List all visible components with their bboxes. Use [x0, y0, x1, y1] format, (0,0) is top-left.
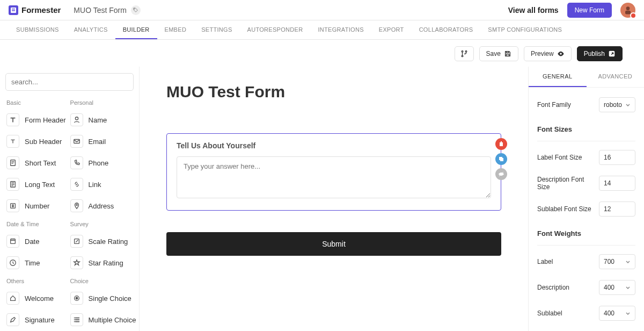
- svg-rect-5: [625, 10, 631, 14]
- hide-field-button[interactable]: [495, 168, 507, 180]
- tab-builder[interactable]: BUILDER: [115, 20, 157, 39]
- field-label[interactable]: Tell Us About Yourself: [177, 141, 491, 150]
- elem-scale-rating[interactable]: Scale Rating: [68, 231, 138, 252]
- document-lines-icon: [6, 178, 19, 191]
- notification-badge: [630, 12, 636, 19]
- pen-icon: [6, 313, 19, 326]
- svg-rect-24: [500, 158, 503, 161]
- new-form-button[interactable]: New Form: [567, 3, 612, 18]
- tab-collaborators[interactable]: COLLABORATORS: [412, 20, 481, 39]
- avatar[interactable]: [620, 3, 635, 18]
- publish-label: Publish: [584, 50, 605, 57]
- svg-rect-2: [12, 10, 15, 11]
- clock-icon: [6, 256, 19, 269]
- elem-multiple-choice[interactable]: Multiple Choice: [68, 309, 138, 330]
- elem-time[interactable]: Time: [4, 252, 68, 274]
- radio-icon: [70, 292, 83, 305]
- elem-link[interactable]: Link: [68, 174, 138, 195]
- tab-integrations[interactable]: INTEGRATIONS: [310, 20, 371, 39]
- group-date-time: Date & Time: [4, 217, 68, 231]
- elem-star-rating[interactable]: Star Rating: [68, 252, 138, 274]
- svg-point-22: [76, 297, 78, 299]
- builder-toolbar: Save Preview Publish: [0, 40, 644, 67]
- submit-button[interactable]: Submit: [166, 232, 501, 256]
- weight-sublabel-select[interactable]: 400: [599, 306, 635, 321]
- eye-icon: [557, 50, 565, 57]
- save-button[interactable]: Save: [479, 46, 518, 61]
- svg-point-4: [626, 6, 630, 10]
- svg-rect-10: [506, 54, 509, 56]
- elem-sub-header[interactable]: Sub Header: [4, 131, 68, 152]
- weight-label-select[interactable]: 700: [599, 254, 635, 269]
- form-canvas: MUO Test Form Tell Us About Yourself Sub…: [140, 67, 528, 331]
- delete-field-button[interactable]: [495, 138, 507, 150]
- tab-export[interactable]: EXPORT: [371, 20, 412, 39]
- chevron-down-icon: [625, 311, 631, 316]
- field-textarea[interactable]: [177, 156, 491, 198]
- elem-signature[interactable]: Signature: [4, 309, 68, 330]
- svg-rect-14: [11, 204, 16, 208]
- link-icon: [70, 178, 83, 191]
- list-icon: [70, 313, 83, 326]
- weight-sublabel-label: Sublabel: [537, 310, 562, 317]
- group-survey: Survey: [68, 217, 138, 231]
- label-font-size-input[interactable]: [599, 150, 635, 165]
- nav-tabs: SUBMISSIONS ANALYTICS BUILDER EMBED SETT…: [0, 20, 644, 40]
- phone-icon: [70, 156, 83, 169]
- publish-button[interactable]: Publish: [577, 46, 623, 61]
- tab-submissions[interactable]: SUBMISSIONS: [9, 20, 67, 39]
- elem-form-header[interactable]: Form Header: [4, 109, 68, 131]
- tab-analytics[interactable]: ANALYTICS: [67, 20, 115, 39]
- share-icon: [608, 50, 616, 57]
- description-font-size-label: Description Font Size: [537, 176, 586, 191]
- search-input[interactable]: [5, 73, 134, 91]
- topbar: Formester MUO Test Form View all forms N…: [0, 0, 644, 20]
- field-actions: [495, 138, 507, 180]
- chevron-down-icon: [625, 285, 631, 290]
- tab-autoresponder[interactable]: AUTORESPONDER: [240, 20, 311, 39]
- svg-point-19: [76, 204, 77, 206]
- trash-icon: [498, 141, 504, 147]
- pin-icon: [70, 199, 83, 212]
- form-title[interactable]: MUO Test Form: [166, 83, 501, 101]
- chevron-down-icon: [625, 259, 631, 264]
- elem-phone[interactable]: Phone: [68, 152, 138, 174]
- home-icon: [6, 292, 19, 305]
- font-family-select[interactable]: roboto: [599, 97, 635, 112]
- elem-name[interactable]: Name: [68, 109, 138, 131]
- elem-address[interactable]: Address: [68, 195, 138, 217]
- svg-point-6: [462, 51, 463, 52]
- view-all-forms-link[interactable]: View all forms: [508, 6, 559, 15]
- sublabel-font-size-input[interactable]: [599, 202, 635, 217]
- elem-welcome[interactable]: Welcome: [4, 287, 68, 309]
- preview-button[interactable]: Preview: [524, 46, 572, 61]
- save-icon: [504, 50, 511, 57]
- copy-icon: [498, 156, 504, 162]
- description-font-size-input[interactable]: [599, 176, 635, 191]
- elem-date[interactable]: Date: [4, 231, 68, 252]
- duplicate-field-button[interactable]: [495, 153, 507, 165]
- elem-email[interactable]: Email: [68, 131, 138, 152]
- eye-off-icon: [498, 171, 504, 177]
- tab-smtp-configurations[interactable]: SMTP CONFIGURATIONS: [480, 20, 569, 39]
- tab-advanced[interactable]: ADVANCED: [587, 67, 645, 87]
- tab-settings[interactable]: SETTINGS: [194, 20, 239, 39]
- label-font-size-label: Label Font Size: [537, 154, 582, 161]
- branch-button[interactable]: [455, 46, 474, 61]
- elem-short-text[interactable]: Short Text: [4, 152, 68, 174]
- tab-general[interactable]: GENERAL: [529, 67, 587, 87]
- elem-number[interactable]: Number: [4, 195, 68, 217]
- field-block[interactable]: Tell Us About Yourself: [166, 133, 501, 211]
- main-area: Basic Form Header Sub Header Short Text …: [0, 67, 644, 331]
- elem-long-text[interactable]: Long Text: [4, 174, 68, 195]
- logo-mark-icon: [9, 5, 18, 15]
- elem-single-choice[interactable]: Single Choice: [68, 287, 138, 309]
- form-name[interactable]: MUO Test Form: [74, 6, 127, 15]
- text-t-icon: [6, 113, 19, 126]
- tag-icon[interactable]: [131, 5, 141, 15]
- weight-description-select[interactable]: 400: [599, 280, 635, 295]
- save-label: Save: [486, 50, 501, 57]
- logo[interactable]: Formester: [9, 5, 61, 15]
- tab-embed[interactable]: EMBED: [157, 20, 194, 39]
- chevron-down-icon: [625, 102, 631, 107]
